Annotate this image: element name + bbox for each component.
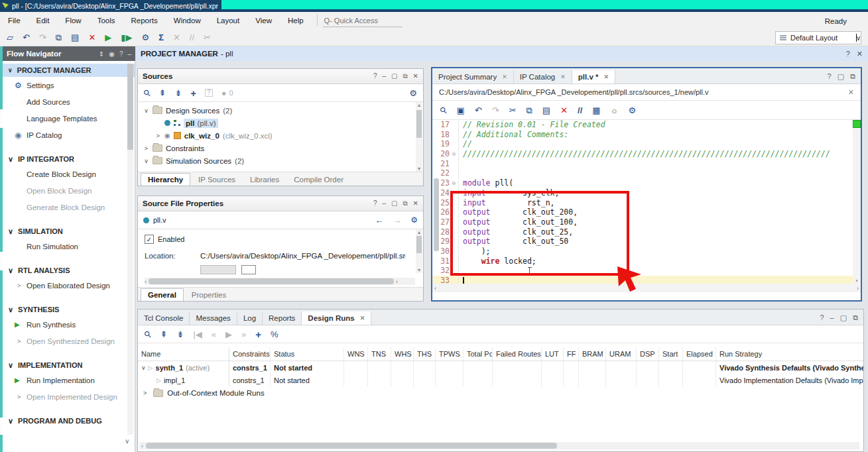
scrollbar-thumb[interactable] — [434, 178, 439, 251]
tab-messages[interactable]: Messages — [190, 311, 237, 325]
close-icon[interactable]: ✕ — [413, 199, 418, 207]
col-lut[interactable]: LUT — [542, 347, 564, 361]
menu-edit[interactable]: Edit — [29, 17, 58, 25]
properties-scrollbar[interactable]: ▴ ▾ — [416, 229, 422, 273]
delete-icon[interactable]: ✕ — [88, 33, 95, 42]
sidebar-item-open-synthesized-design[interactable]: > Open Synthesized Design — [3, 333, 135, 349]
table-row-impl-1[interactable]: ▷ impl_1 constrs_1 Not started Vivado Im… — [138, 374, 863, 386]
scroll-left-icon[interactable]: ‹ — [141, 443, 143, 449]
scroll-up-icon[interactable]: ▴ — [416, 102, 422, 108]
editor-hscrollbar[interactable]: ‹ › — [432, 284, 861, 292]
minimize-icon[interactable]: – — [382, 199, 386, 207]
close-icon[interactable]: ✕ — [560, 74, 566, 80]
forward-icon[interactable]: → — [393, 215, 401, 225]
tab-compile-order[interactable]: Compile Order — [287, 174, 350, 186]
tab-ip-sources[interactable]: IP Sources — [192, 174, 242, 186]
col-tns[interactable]: TNS — [368, 347, 391, 361]
col-uram[interactable]: URAM — [606, 347, 637, 361]
settings-gear-icon[interactable]: ⚙ — [409, 89, 417, 97]
menu-file[interactable]: File — [0, 17, 29, 25]
settings-gear-icon[interactable]: ⚙ — [141, 33, 149, 42]
step-icon[interactable]: ▮▶ — [121, 33, 132, 42]
sidebar-section-rtl-analysis[interactable]: ∨ RTL ANALYSIS — [3, 264, 135, 277]
tab-log[interactable]: Log — [237, 311, 263, 325]
tab-libraries[interactable]: Libraries — [243, 174, 286, 186]
scroll-down-icon[interactable]: ▾ — [416, 166, 422, 172]
chevron-down-icon[interactable]: ∨ — [141, 365, 146, 371]
first-run-icon[interactable]: |◀ — [193, 330, 202, 339]
sidebar-item-ip-catalog[interactable]: ◉ IP Catalog — [3, 127, 135, 143]
editor-vscrollbar[interactable]: ▴ ▾ — [853, 120, 861, 284]
sidebar-item-settings[interactable]: ⚙ Settings — [3, 77, 135, 93]
maximize-icon[interactable]: ▢ — [837, 72, 844, 81]
quick-access-search[interactable] — [323, 15, 403, 27]
add-sources-icon[interactable]: + — [190, 88, 196, 98]
toggle-comment-icon[interactable]: // — [578, 106, 582, 115]
col-name[interactable]: Name — [138, 347, 229, 361]
minimize-icon[interactable]: – — [382, 72, 386, 80]
flow-navigator-scrollbar[interactable] — [127, 64, 133, 435]
close-icon[interactable]: ✕ — [603, 74, 609, 80]
delete-icon[interactable]: ✕ — [560, 106, 568, 115]
search-icon[interactable]: ⚲ — [143, 329, 153, 339]
properties-hscrollbar[interactable]: ‹ › — [145, 278, 415, 285]
cut-icon[interactable]: ✂ — [509, 106, 517, 115]
tab-hierarchy[interactable]: Hierarchy — [141, 173, 190, 186]
sidebar-section-implementation[interactable]: ∨ IMPLEMENTATION — [3, 359, 135, 372]
sidebar-item-open-implemented-design[interactable]: > Open Implemented Design — [3, 388, 135, 405]
float-icon[interactable]: ⧉ — [853, 313, 858, 322]
redo-icon[interactable]: ↷ — [492, 106, 499, 115]
code-line[interactable]: 33 — [432, 276, 861, 284]
help-icon[interactable]: ? — [820, 313, 824, 322]
code-line[interactable]: 18// Additional Comments: — [432, 130, 861, 140]
sidebar-item-run-simulation[interactable]: Run Simulation — [3, 238, 135, 254]
tree-item-constraints[interactable]: > Constraints — [138, 142, 423, 154]
play-icon[interactable]: ▶ — [225, 330, 232, 339]
maximize-icon[interactable]: ▢ — [840, 313, 847, 322]
tab-project-summary[interactable]: Project Summary ✕ — [432, 70, 514, 84]
sidebar-item-open-block-design[interactable]: Open Block Design — [3, 182, 135, 199]
fold-icon[interactable]: ⊖ — [450, 149, 458, 159]
col-elapsed[interactable]: Elapsed — [683, 347, 716, 361]
tab-reports[interactable]: Reports — [263, 311, 302, 325]
sidebar-section-synthesis[interactable]: ∨ SYNTHESIS — [3, 303, 135, 316]
tree-item-pll[interactable]: pll (pll.v) — [138, 117, 423, 129]
help-icon[interactable]: ? — [828, 72, 832, 81]
col-ths[interactable]: THS — [414, 347, 436, 361]
close-icon[interactable]: ✕ — [413, 72, 418, 80]
code-line[interactable]: 23⊖module pll( — [432, 178, 861, 188]
close-icon[interactable]: ✕ — [857, 50, 863, 58]
col-tpws[interactable]: TPWS — [436, 347, 464, 361]
scrollbar-thumb[interactable] — [127, 64, 133, 150]
close-icon[interactable]: ✕ — [502, 74, 507, 80]
paste-icon[interactable]: ▤ — [71, 33, 79, 42]
float-icon[interactable]: ⧉ — [850, 72, 855, 81]
tab-general[interactable]: General — [141, 288, 184, 301]
sidebar-section-program-and-debug[interactable]: ∨ PROGRAM AND DEBUG — [3, 414, 135, 427]
sidebar-item-add-sources[interactable]: Add Sources — [3, 93, 135, 110]
tab-properties[interactable]: Properties — [185, 289, 233, 301]
type-dropdown-clipped[interactable] — [200, 265, 236, 274]
enabled-checkbox[interactable]: ✓ — [145, 235, 154, 244]
chevron-right-icon[interactable]: > — [143, 145, 149, 152]
copy-icon[interactable]: ⧉ — [56, 33, 62, 42]
layout-selector[interactable]: Default Layout ∨ — [775, 31, 861, 44]
redo-icon[interactable]: ↷ — [39, 33, 46, 42]
tree-item-simulation-sources[interactable]: ∨ Simulation Sources (2) — [138, 154, 423, 167]
scrollbar-thumb[interactable] — [416, 110, 422, 138]
help-icon[interactable]: ? — [119, 50, 123, 58]
menu-help[interactable]: Help — [280, 17, 312, 25]
col-whs[interactable]: WHS — [391, 347, 414, 361]
chevron-right-icon[interactable]: > — [143, 390, 147, 396]
help-icon[interactable]: ? — [373, 199, 377, 207]
minimize-icon[interactable]: – — [830, 313, 834, 322]
col-constraints[interactable]: Constraints — [229, 347, 271, 361]
rewind-icon[interactable]: « — [212, 330, 216, 339]
maximize-icon[interactable]: ▢ — [391, 199, 397, 207]
collapse-all-icon[interactable]: ⇞ — [159, 89, 166, 97]
run-icon[interactable]: ▶ — [105, 33, 111, 42]
scroll-right-icon[interactable]: › — [857, 285, 859, 292]
scrollbar-thumb[interactable] — [416, 236, 422, 253]
help-icon[interactable]: ? — [846, 50, 850, 58]
table-row-synth-1[interactable]: ∨ ▷ synth_1 (active) constrs_1 Not start… — [138, 361, 863, 374]
